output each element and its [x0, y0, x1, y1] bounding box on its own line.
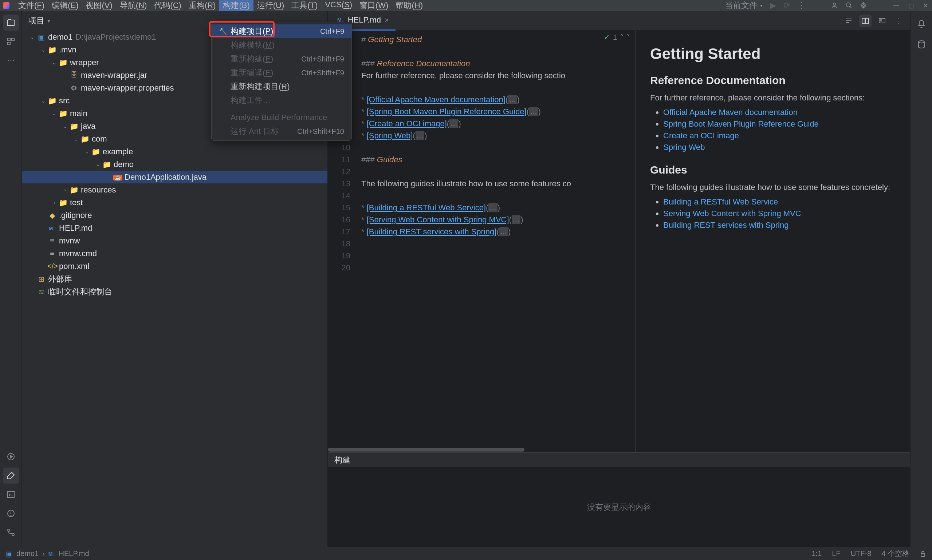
settings-icon[interactable]	[860, 2, 867, 9]
folder-icon: 📁	[58, 58, 68, 67]
list-item: Official Apache Maven documentation	[663, 108, 896, 117]
tree-node[interactable]: ≋临时文件和控制台	[22, 285, 327, 298]
line-separator[interactable]: LF	[832, 549, 840, 558]
folder-icon: 📁	[47, 46, 57, 54]
search-icon[interactable]	[845, 2, 853, 9]
tree-node[interactable]: ≡mvnw	[22, 234, 327, 247]
svg-rect-6	[8, 42, 10, 45]
preview-h2: Reference Documentation	[650, 74, 896, 86]
preview-list: Building a RESTful Web ServiceServing We…	[663, 197, 896, 230]
preview-text: For further reference, please consider t…	[650, 93, 896, 103]
tree-node[interactable]: ≡mvnw.cmd	[22, 247, 327, 260]
git-icon: ◆	[47, 211, 57, 220]
maximize-button[interactable]: ▢	[907, 2, 915, 9]
menu-重构r[interactable]: 重构(R)	[185, 0, 220, 12]
svg-rect-9	[8, 492, 14, 497]
indent-settings[interactable]: 4 个空格	[881, 549, 909, 558]
menu-窗口w[interactable]: 窗口(W)	[356, 0, 392, 12]
file-encoding[interactable]: UTF-8	[851, 549, 872, 558]
menu-工具t[interactable]: 工具(T)	[288, 0, 321, 12]
code-pane[interactable]: ✓ 1 ˄ ˅ 1234567891011121314151617181920 …	[328, 31, 636, 452]
markdown-icon: M↓	[48, 551, 56, 557]
editor-view-preview[interactable]	[876, 15, 888, 27]
tree-node[interactable]: ⊞外部库	[22, 272, 327, 285]
svg-point-0	[833, 3, 836, 5]
close-icon[interactable]: ×	[384, 16, 389, 25]
preview-link[interactable]: Building REST services with Spring	[663, 220, 788, 229]
code-content[interactable]: # Getting Started ### Reference Document…	[357, 31, 635, 447]
chevron-down-icon: ▾	[760, 3, 763, 8]
menu-item: 重新构建(E)Ctrl+Shift+F9	[211, 52, 352, 66]
statusbar: ▣ demo1 › M↓ HELP.md 1:1 LF UTF-8 4 个空格	[0, 547, 932, 560]
tree-node[interactable]: ⌄📁demo	[22, 158, 327, 171]
file-icon: ≡	[47, 249, 57, 258]
horizontal-scrollbar[interactable]	[328, 447, 635, 452]
svg-rect-19	[866, 18, 869, 23]
preview-link[interactable]: Serving Web Content with Spring MVC	[663, 209, 801, 218]
preview-link[interactable]: Official Apache Maven documentation	[663, 108, 798, 117]
build-panel-header[interactable]: 构建	[328, 453, 910, 467]
editor-view-source[interactable]	[843, 15, 855, 27]
chevron-down-icon[interactable]: ˅	[626, 33, 630, 42]
menu-item[interactable]: 🔨构建项目(P)Ctrl+F9	[211, 25, 352, 38]
menu-导航n[interactable]: 导航(N)	[116, 0, 151, 12]
run-config-selector[interactable]: 当前文件 ▾	[725, 0, 763, 11]
menu-文件f[interactable]: 文件(F)	[15, 0, 48, 12]
terminal-tool-icon[interactable]	[3, 486, 19, 503]
chevron-up-icon[interactable]: ˄	[620, 33, 623, 42]
minimize-button[interactable]: —	[893, 2, 900, 9]
hammer-icon: 🔨	[219, 27, 228, 35]
structure-tool-icon[interactable]	[3, 34, 19, 49]
tree-node[interactable]: ◆.gitignore	[22, 209, 327, 222]
editor-area: M↓ HELP.md × ⋮ ✓ 1 ˄ ˅ 12345678910	[328, 11, 910, 547]
menu-运行u[interactable]: 运行(U)	[253, 0, 288, 12]
svg-marker-8	[10, 455, 12, 458]
close-button[interactable]: ✕	[922, 2, 929, 9]
editor-view-split[interactable]	[859, 15, 872, 27]
tree-node[interactable]: ›📁resources	[22, 183, 327, 196]
account-icon[interactable]	[831, 2, 838, 9]
menu-代码c[interactable]: 代码(C)	[150, 0, 185, 12]
build-menu-dropdown: 🔨构建项目(P)Ctrl+F9构建模块(M)重新构建(E)Ctrl+Shift+…	[211, 22, 352, 141]
build-tool-icon[interactable]	[3, 468, 19, 484]
more-tool-icon[interactable]: ⋯	[3, 52, 19, 68]
folder-test-icon: 📁	[58, 198, 68, 207]
app-icon	[3, 2, 9, 9]
preview-link[interactable]: Spring Boot Maven Plugin Reference Guide	[663, 119, 819, 128]
tree-node[interactable]: </>pom.xml	[22, 260, 327, 272]
tree-node[interactable]: M↓HELP.md	[22, 222, 327, 234]
inspection-widget[interactable]: ✓ 1 ˄ ˅	[604, 33, 630, 42]
menu-vcss[interactable]: VCS(S)	[321, 0, 356, 12]
tree-node[interactable]: ☕Demo1Application.java	[22, 171, 327, 183]
run-icon[interactable]: ▶	[770, 1, 776, 10]
list-item: Serving Web Content with Spring MVC	[663, 209, 896, 218]
readonly-icon[interactable]	[920, 551, 926, 557]
menu-item: Analyze Build Performance	[211, 111, 352, 125]
debug-icon[interactable]: ⟳	[784, 1, 790, 10]
tree-node[interactable]: ›📁test	[22, 196, 327, 209]
menu-视图v[interactable]: 视图(V)	[82, 0, 116, 12]
menu-item[interactable]: 重新构建项目(R)	[211, 80, 352, 94]
svg-point-1	[846, 3, 851, 7]
services-tool-icon[interactable]	[3, 449, 19, 465]
editor-more-icon[interactable]: ⋮	[893, 15, 905, 27]
project-tool-icon[interactable]	[3, 15, 19, 31]
chevron-down-icon: ▾	[47, 17, 50, 25]
more-icon[interactable]: ⋮	[797, 1, 805, 10]
preview-link[interactable]: Building a RESTful Web Service	[663, 197, 778, 206]
database-icon[interactable]	[913, 36, 929, 52]
breadcrumb[interactable]: ▣ demo1 › M↓ HELP.md	[6, 549, 89, 558]
git-tool-icon[interactable]	[3, 525, 19, 540]
menu-构建b[interactable]: 构建(B)	[219, 0, 253, 12]
tree-node[interactable]: ⌄📁example	[22, 145, 327, 158]
menu-item: 构建工件…	[211, 94, 352, 107]
preview-link[interactable]: Create an OCI image	[663, 131, 739, 140]
menu-帮助h[interactable]: 帮助(H)	[392, 0, 426, 12]
preview-link[interactable]: Spring Web	[663, 143, 705, 152]
caret-position[interactable]: 1:1	[812, 549, 822, 558]
build-panel-body: 没有要显示的内容	[328, 467, 910, 547]
problems-tool-icon[interactable]	[3, 505, 19, 522]
notifications-icon[interactable]	[913, 16, 929, 32]
menu-item: 运行 Ant 目标Ctrl+Shift+F10	[211, 125, 352, 138]
menu-编辑e[interactable]: 编辑(E)	[48, 0, 82, 12]
